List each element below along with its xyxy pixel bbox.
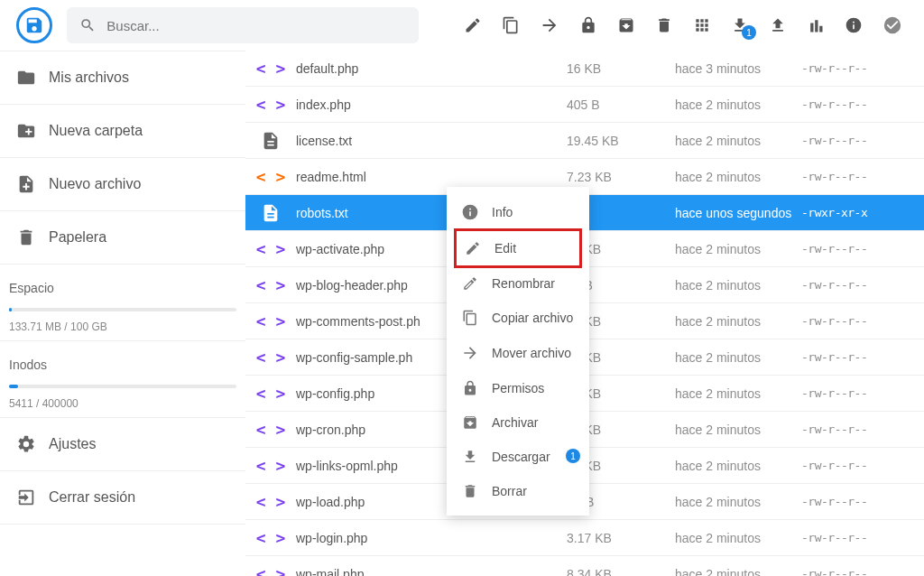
file-permissions: -rw-r--r-- xyxy=(801,61,901,75)
file-time: hace unos segundos xyxy=(675,206,801,220)
upload-button[interactable] xyxy=(769,16,787,34)
file-type-icon: < > xyxy=(245,239,296,258)
ctx-label: Info xyxy=(492,205,513,219)
sidebar-settings[interactable]: Ajustes xyxy=(0,418,245,471)
grid-button[interactable] xyxy=(693,16,711,34)
delete-button[interactable] xyxy=(655,16,673,34)
file-type-icon: < > xyxy=(245,492,296,511)
copy-button[interactable] xyxy=(502,16,520,34)
file-type-icon: < > xyxy=(245,167,296,186)
file-time: hace 2 minutos xyxy=(675,278,801,293)
file-time: hace 2 minutos xyxy=(675,459,801,473)
archive-button[interactable] xyxy=(617,16,635,34)
delete-icon xyxy=(461,483,479,499)
file-row[interactable]: < >default.php16 KBhace 3 minutos-rw-r--… xyxy=(245,51,924,87)
code-icon: < > xyxy=(256,59,286,78)
file-size: 8.34 KB xyxy=(567,567,675,577)
file-icon xyxy=(261,203,281,223)
floppy-icon xyxy=(24,15,44,35)
space-bar xyxy=(9,308,236,311)
ctx-label: Mover archivo xyxy=(492,346,571,360)
code-icon: < > xyxy=(256,348,286,367)
sidebar-trash[interactable]: Papelera xyxy=(0,211,245,265)
file-name: license.txt xyxy=(296,134,567,148)
download-button[interactable]: 1 xyxy=(731,16,749,34)
space-section: Espacio 133.71 MB / 100 GB xyxy=(0,265,245,341)
ctx-label: Borrar xyxy=(492,484,527,498)
file-time: hace 2 minutos xyxy=(675,567,801,577)
new-file-icon xyxy=(16,174,36,194)
app-logo[interactable] xyxy=(16,7,52,43)
inodes-value: 5411 / 400000 xyxy=(9,397,236,410)
sidebar-label: Ajustes xyxy=(49,436,96,452)
ctx-permissions[interactable]: Permisos xyxy=(447,371,589,405)
arrow-icon xyxy=(461,344,479,362)
file-type-icon: < > xyxy=(245,528,296,547)
rename-icon xyxy=(461,275,479,292)
ctx-archive[interactable]: Archivar xyxy=(447,405,589,440)
file-permissions: -rw-r--r-- xyxy=(801,459,901,472)
code-icon: < > xyxy=(256,311,286,330)
ctx-info[interactable]: Info xyxy=(447,194,589,230)
file-name: index.php xyxy=(296,98,567,112)
move-button[interactable] xyxy=(540,15,559,35)
code-icon: < > xyxy=(256,239,286,258)
file-row[interactable]: < >index.php405 Bhace 2 minutos-rw-r--r-… xyxy=(245,87,924,123)
sidebar-logout[interactable]: Cerrar sesión xyxy=(0,471,245,525)
file-permissions: -rwxr-xr-x xyxy=(801,206,901,219)
space-label: Espacio xyxy=(9,281,236,295)
sidebar-label: Papelera xyxy=(49,229,106,246)
ctx-rename[interactable]: Renombrar xyxy=(447,266,589,301)
file-type-icon: < > xyxy=(245,59,296,78)
ctx-label: Renombrar xyxy=(492,276,555,291)
file-permissions: -rw-r--r-- xyxy=(801,314,901,328)
ctx-label: Descargar xyxy=(492,450,550,464)
ctx-move[interactable]: Mover archivo xyxy=(447,335,589,371)
header: 1 xyxy=(0,0,924,51)
check-button[interactable] xyxy=(882,15,902,35)
search-input[interactable] xyxy=(106,18,406,33)
code-icon: < > xyxy=(256,564,286,576)
file-permissions: -rw-r--r-- xyxy=(801,531,901,544)
context-menu: Info Edit Renombrar Copiar archivo Mover… xyxy=(447,187,589,516)
code-icon: < > xyxy=(256,420,286,439)
lock-icon xyxy=(461,380,479,396)
file-time: hace 2 minutos xyxy=(675,242,801,256)
ctx-edit[interactable]: Edit xyxy=(454,228,582,268)
file-name: wp-mail.php xyxy=(296,567,567,577)
file-type-icon: < > xyxy=(245,564,296,576)
file-size: 7.23 KB xyxy=(567,170,675,184)
ctx-delete[interactable]: Borrar xyxy=(447,474,589,508)
sidebar-label: Mis archivos xyxy=(49,70,129,86)
ctx-label: Archivar xyxy=(492,415,538,430)
permissions-button[interactable] xyxy=(579,16,597,34)
file-row[interactable]: < >wp-mail.php8.34 KBhace 2 minutos-rw-r… xyxy=(245,556,924,576)
file-row[interactable]: < >wp-login.php3.17 KBhace 2 minutos-rw-… xyxy=(245,520,924,556)
sidebar-new-file[interactable]: Nuevo archivo xyxy=(0,158,245,211)
search-box[interactable] xyxy=(67,7,419,43)
inodes-bar xyxy=(9,385,236,388)
code-icon: < > xyxy=(256,167,286,186)
file-row[interactable]: license.txt19.45 KBhace 2 minutos-rw-r--… xyxy=(245,123,924,159)
ctx-download[interactable]: Descargar 1 xyxy=(447,440,589,474)
stats-button[interactable] xyxy=(807,16,825,34)
sidebar-my-files[interactable]: Mis archivos xyxy=(0,51,245,105)
sidebar-new-folder[interactable]: Nueva carpeta xyxy=(0,105,245,158)
file-time: hace 2 minutos xyxy=(675,386,801,401)
folder-icon xyxy=(16,68,36,88)
ctx-copy[interactable]: Copiar archivo xyxy=(447,301,589,335)
edit-button[interactable] xyxy=(464,16,482,34)
info-button[interactable] xyxy=(845,16,863,34)
file-icon xyxy=(261,131,281,151)
file-name: readme.html xyxy=(296,170,567,184)
file-time: hace 2 minutos xyxy=(675,170,801,184)
file-permissions: -rw-r--r-- xyxy=(801,350,901,364)
file-time: hace 2 minutos xyxy=(675,423,801,437)
code-icon: < > xyxy=(256,528,286,547)
ctx-label: Edit xyxy=(494,241,516,255)
archive-icon xyxy=(461,414,479,431)
file-type-icon: < > xyxy=(245,420,296,439)
file-permissions: -rw-r--r-- xyxy=(801,170,901,183)
file-permissions: -rw-r--r-- xyxy=(801,242,901,255)
sidebar-label: Nuevo archivo xyxy=(49,176,141,192)
